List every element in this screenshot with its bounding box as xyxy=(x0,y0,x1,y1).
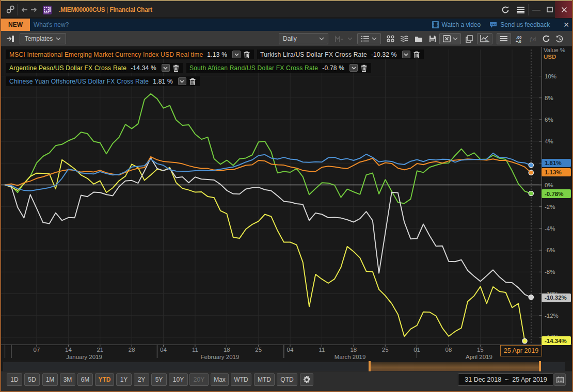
svg-text:10%: 10% xyxy=(545,73,556,79)
svg-text:11: 11 xyxy=(192,347,198,353)
svg-text:ƒx: ƒx xyxy=(529,36,535,42)
svg-text:March 2019: March 2019 xyxy=(335,354,366,360)
svg-text:14: 14 xyxy=(65,347,72,353)
svg-text:%: % xyxy=(485,39,488,42)
svg-text:25: 25 xyxy=(382,347,389,353)
svg-text:April 2019: April 2019 xyxy=(466,354,492,360)
svg-text:11: 11 xyxy=(319,347,325,353)
svg-text:January 2019: January 2019 xyxy=(66,354,102,360)
svg-text:18: 18 xyxy=(224,347,230,353)
svg-text:04: 04 xyxy=(160,347,167,353)
svg-text:-6%: -6% xyxy=(545,247,555,253)
svg-text:-12%: -12% xyxy=(545,313,559,319)
svg-text:18: 18 xyxy=(350,347,357,353)
svg-text:0%: 0% xyxy=(545,182,553,188)
svg-text:4%: 4% xyxy=(545,138,553,144)
svg-text:25: 25 xyxy=(255,347,262,353)
svg-text:21: 21 xyxy=(97,347,103,353)
svg-text:-8%: -8% xyxy=(545,269,555,275)
svg-text:-4%: -4% xyxy=(545,225,555,232)
svg-text:08: 08 xyxy=(445,347,452,353)
svg-text:15: 15 xyxy=(477,347,484,353)
svg-text:04: 04 xyxy=(287,347,294,353)
svg-text:28: 28 xyxy=(129,347,135,353)
svg-text:6%: 6% xyxy=(545,117,553,123)
svg-text:+.0: +.0 xyxy=(516,39,521,43)
svg-text:07: 07 xyxy=(34,347,40,353)
svg-text:-2%: -2% xyxy=(545,204,555,210)
svg-text:8%: 8% xyxy=(545,95,553,101)
svg-text:MIEM: MIEM xyxy=(44,12,49,13)
svg-text:February 2019: February 2019 xyxy=(201,354,240,360)
